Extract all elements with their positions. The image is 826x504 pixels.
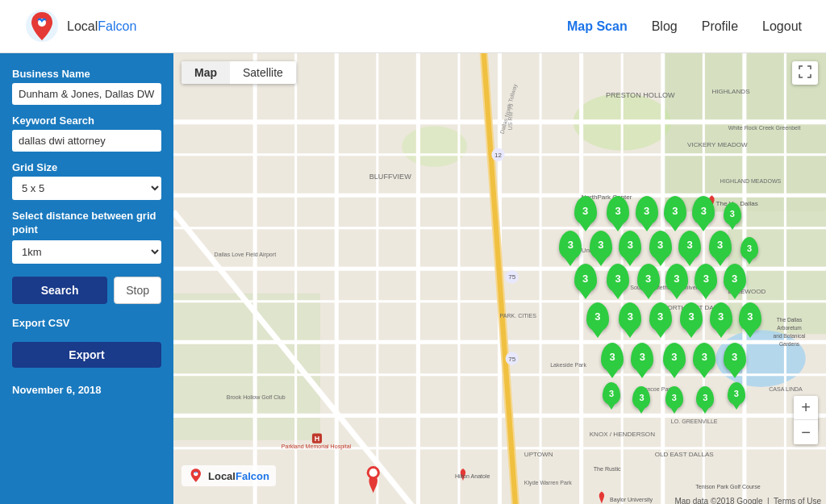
svg-text:75: 75 bbox=[508, 356, 515, 363]
logo-text: LocalFalcon bbox=[67, 19, 136, 34]
map-watermark: LocalFalcon bbox=[181, 465, 276, 486]
map-pin[interactable]: 3 bbox=[607, 196, 629, 225]
map-pin[interactable]: 3 bbox=[603, 382, 620, 405]
map-pin[interactable]: 3 bbox=[637, 264, 660, 293]
svg-text:PRESTON HOLLOW: PRESTON HOLLOW bbox=[606, 91, 675, 99]
map-pin[interactable]: 3 bbox=[586, 302, 609, 331]
map-pin[interactable]: 3 bbox=[724, 202, 741, 225]
svg-text:Baylor University: Baylor University bbox=[610, 497, 653, 503]
business-name-field: Business Name bbox=[12, 68, 161, 105]
search-button[interactable]: Search bbox=[12, 277, 107, 304]
svg-text:UPTOWN: UPTOWN bbox=[524, 451, 553, 458]
zoom-controls: + − bbox=[794, 396, 818, 444]
map-pin[interactable]: 3 bbox=[590, 231, 612, 260]
svg-text:H: H bbox=[315, 435, 320, 443]
svg-text:Lakeside Park: Lakeside Park bbox=[550, 362, 586, 368]
export-button[interactable]: Export bbox=[12, 342, 161, 368]
map-pin[interactable]: 3 bbox=[649, 231, 672, 260]
map-pin[interactable]: 3 bbox=[724, 343, 746, 372]
export-csv-label: Export CSV bbox=[12, 317, 161, 329]
map-pin[interactable]: 3 bbox=[665, 264, 688, 293]
distance-select[interactable]: 1km 2km 3km 5km bbox=[12, 240, 161, 264]
map-pin[interactable]: 3 bbox=[740, 237, 758, 260]
keyword-input[interactable] bbox=[12, 130, 161, 152]
zoom-in-button[interactable]: + bbox=[794, 396, 818, 420]
map-pin[interactable]: 3 bbox=[649, 302, 672, 331]
svg-text:The Rustic: The Rustic bbox=[594, 466, 621, 472]
business-name-label: Business Name bbox=[12, 68, 161, 80]
map-pin[interactable]: 3 bbox=[601, 343, 624, 372]
svg-text:12: 12 bbox=[494, 152, 502, 159]
map-pin[interactable]: 3 bbox=[724, 264, 746, 293]
grid-size-select[interactable]: 5 x 5 3 x 3 7 x 7 9 x 9 bbox=[12, 177, 161, 200]
map-pin[interactable]: 3 bbox=[693, 343, 715, 372]
nav-map-scan[interactable]: Map Scan bbox=[567, 19, 628, 34]
main-layout: Business Name Keyword Search Grid Size 5… bbox=[0, 53, 826, 504]
svg-text:KNOX / HENDERSON: KNOX / HENDERSON bbox=[590, 431, 655, 438]
map-pin[interactable]: 3 bbox=[664, 196, 686, 225]
keyword-label: Keyword Search bbox=[12, 115, 161, 127]
grid-size-field: Grid Size 5 x 5 3 x 3 7 x 7 9 x 9 bbox=[12, 161, 161, 200]
map-pin[interactable]: 3 bbox=[709, 231, 732, 260]
svg-text:Arboretum: Arboretum bbox=[777, 325, 802, 331]
map-pin[interactable]: 3 bbox=[696, 386, 714, 409]
map-area: PRESTON HOLLOW HIGHLANDS VICKERY MEADOW … bbox=[173, 53, 826, 504]
keyword-field: Keyword Search bbox=[12, 115, 161, 152]
watermark-logo-icon bbox=[188, 468, 204, 484]
nav: Map Scan Blog Profile Logout bbox=[567, 19, 802, 34]
watermark-text: LocalFalcon bbox=[208, 470, 269, 482]
logo-falcon: Falcon bbox=[98, 19, 136, 33]
svg-text:White Rock Creek Greenbelt: White Rock Creek Greenbelt bbox=[728, 125, 801, 131]
logo: LocalFalcon bbox=[24, 8, 136, 44]
map-pin[interactable]: 3 bbox=[663, 343, 686, 372]
map-pin[interactable]: 3 bbox=[739, 302, 761, 331]
map-pin[interactable]: 3 bbox=[665, 386, 683, 409]
svg-text:HIGHLANDS: HIGHLANDS bbox=[711, 88, 750, 95]
svg-text:Parkland Memorial Hospital: Parkland Memorial Hospital bbox=[282, 444, 352, 450]
svg-text:Brook Hollow Golf Club: Brook Hollow Golf Club bbox=[227, 394, 286, 400]
map-pin[interactable]: 3 bbox=[607, 264, 629, 293]
watermark-local: Local bbox=[208, 470, 236, 482]
fullscreen-button[interactable] bbox=[792, 61, 818, 85]
satellite-btn[interactable]: Satellite bbox=[230, 61, 296, 84]
map-pin[interactable]: 3 bbox=[678, 231, 701, 260]
map-pin[interactable]: 3 bbox=[619, 302, 641, 331]
sidebar: Business Name Keyword Search Grid Size 5… bbox=[0, 53, 173, 504]
map-pin[interactable]: 3 bbox=[574, 196, 597, 225]
map-pin[interactable]: 3 bbox=[710, 302, 732, 331]
svg-text:VICKERY MEADOW: VICKERY MEADOW bbox=[687, 141, 748, 148]
map-pin[interactable]: 3 bbox=[692, 196, 715, 225]
logo-icon bbox=[24, 8, 60, 44]
svg-text:US Rte 75: US Rte 75 bbox=[507, 104, 514, 131]
svg-text:Tenison Park Golf Course: Tenison Park Golf Course bbox=[695, 484, 761, 489]
map-pin[interactable]: 3 bbox=[574, 264, 597, 293]
stop-button[interactable]: Stop bbox=[114, 277, 161, 304]
map-pin[interactable]: 3 bbox=[695, 264, 717, 293]
map-btn[interactable]: Map bbox=[181, 61, 230, 84]
svg-text:Klyde Warren Park: Klyde Warren Park bbox=[524, 480, 572, 486]
map-attribution: Map data ©2018 Google | Terms of Use bbox=[674, 497, 821, 504]
business-name-input[interactable] bbox=[12, 83, 161, 105]
svg-text:HIGHLAND MEADOWS: HIGHLAND MEADOWS bbox=[720, 178, 782, 184]
map-pin[interactable]: 3 bbox=[728, 382, 745, 405]
map-pin[interactable]: 3 bbox=[636, 196, 658, 225]
map-pin[interactable]: 3 bbox=[619, 231, 641, 260]
svg-point-78 bbox=[369, 469, 378, 477]
header: LocalFalcon Map Scan Blog Profile Logout bbox=[0, 0, 826, 53]
map-pin[interactable]: 3 bbox=[559, 231, 582, 260]
nav-blog[interactable]: Blog bbox=[652, 19, 678, 34]
map-pin[interactable]: 3 bbox=[680, 302, 703, 331]
svg-text:Hilton Anatole: Hilton Anatole bbox=[455, 473, 490, 479]
nav-profile[interactable]: Profile bbox=[702, 19, 738, 34]
svg-text:The Dallas: The Dallas bbox=[777, 317, 803, 323]
date-display: November 6, 2018 bbox=[12, 384, 161, 396]
distance-label: Select distance between grid point bbox=[12, 210, 161, 237]
zoom-out-button[interactable]: − bbox=[794, 420, 818, 444]
nav-logout[interactable]: Logout bbox=[762, 19, 802, 34]
svg-text:BLUFFVIEW: BLUFFVIEW bbox=[369, 173, 411, 181]
distance-field: Select distance between grid point 1km 2… bbox=[12, 210, 161, 264]
map-pin[interactable]: 3 bbox=[631, 343, 653, 372]
map-pin[interactable]: 3 bbox=[632, 386, 650, 409]
terms-link[interactable]: Terms of Use bbox=[774, 497, 821, 504]
action-buttons: Search Stop bbox=[12, 277, 161, 304]
